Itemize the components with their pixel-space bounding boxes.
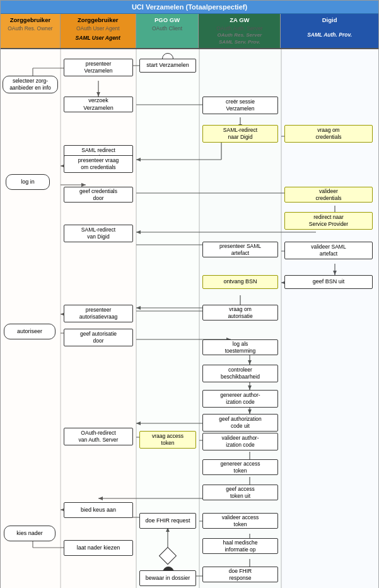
vraag-access-token-box: vraag accesstoken (139, 431, 196, 449)
redirect-naar-sp-box: redirect naarService Provider (284, 212, 373, 230)
laat-nader-box: laat nader kiezen (64, 540, 133, 556)
saml-redirect-naar-digid-box: SAML-redirectnaar Digid (202, 125, 278, 143)
title: UCI Verzamelen (Totaalperspectief) (132, 3, 247, 11)
genereer-access-token-box: genereer accesstoken (202, 459, 278, 475)
presenteer-autorisatievraag-box: presenteerautorisatievraag (64, 305, 133, 322)
vraag-autorisatie-box: vraag omautorisatie (202, 305, 278, 320)
log-toestemming-box: log alstoestemming (202, 339, 278, 355)
log-in-box: log in (6, 174, 50, 190)
geef-access-token-box: geef accesstoken uit (202, 485, 278, 500)
col-header-agent: Zorggebruiker OAuth User Agent SAML User… (61, 14, 136, 48)
valideer-credentials-box: valideercredentials (284, 187, 373, 203)
geef-credentials-box: geef credentialsdoor (64, 187, 133, 203)
bied-keus-box: bied keus aan (64, 502, 133, 518)
valideer-access-box: valideer accesstoken (202, 513, 278, 529)
col-header-zorggebruiker: Zorggebruiker OAuth Res. Owner (1, 14, 61, 48)
col-header-digid: Digid SAML Auth. Prov. (281, 14, 378, 48)
title-bar: UCI Verzamelen (Totaalperspectief) (1, 1, 378, 14)
genereer-auth-code-box: genereer author-ization code (202, 390, 278, 408)
verzoek-verzamelen-box: verzoekVerzamelen (64, 97, 133, 112)
presenteer-vraag-box: presenteer vraagom credentials (64, 155, 133, 173)
col-header-za: ZA GW OAuth Auth. Server OAuth Res. Serv… (199, 14, 281, 48)
presenteer-verzamelen-box: presenteerVerzamelen (64, 59, 133, 76)
geef-bsn-box: geef BSN uit (284, 275, 373, 289)
start-verzamelen-box: start Verzamelen (139, 59, 196, 73)
geef-auth-code-box: geef authorizationcode uit (202, 414, 278, 432)
valideer-saml-box: valideer SAMLartefact (284, 242, 373, 259)
saml-redirect-van-digid-box: SAML-redirectvan Digid (64, 225, 133, 242)
diagram-wrapper: UCI Verzamelen (Totaalperspectief) Zorgg… (0, 0, 379, 588)
col-header-pgo: PGO GW OAuth Client (136, 14, 199, 48)
diagram-body: selecteer zorg-aanbieder en info log in … (1, 49, 379, 588)
controleer-box: controleerbeschikbaarheid (202, 365, 278, 382)
doe-fhir-box: doe FHIR request (139, 513, 196, 529)
autoriseer-box: autoriseer (4, 324, 55, 339)
geef-autorisatie-box: geef autorisatiedoor (64, 329, 133, 346)
bewaar-box: bewaar in dossier (139, 570, 196, 586)
lane-zorggebruiker-bg (1, 49, 61, 588)
vraag-credentials-box: vraag omcredentials (284, 125, 373, 143)
doe-fhir-response-box: doe FHIRresponse (202, 567, 278, 582)
oauth-redirect-box: OAuth-redirectvan Auth. Server (64, 428, 133, 445)
ontvang-bsn-box: ontvang BSN (202, 275, 278, 289)
haal-medische-box: haal medischeinformatie op (202, 538, 278, 554)
valideer-auth-code-box: valideer author-ization code (202, 433, 278, 450)
selecteer-box: selecteer zorg-aanbieder en info (3, 76, 58, 93)
creer-sessie-box: creër sessieVerzamelen (202, 97, 278, 114)
kies-nader-box: kies nader (4, 526, 55, 541)
columns-header: Zorggebruiker OAuth Res. Owner Zorggebru… (1, 14, 378, 49)
lane-pgo-bg (136, 49, 199, 588)
presenteer-saml-box: presenteer SAMLartefact (202, 242, 278, 257)
